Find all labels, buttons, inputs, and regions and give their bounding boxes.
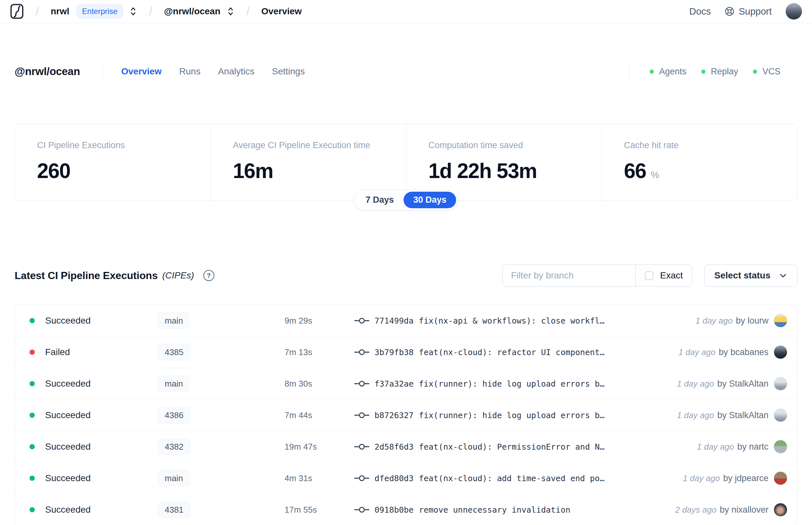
status-dot xyxy=(30,412,35,418)
author-avatar xyxy=(774,408,787,422)
author-avatar xyxy=(774,345,787,359)
breadcrumb-org[interactable]: nrwl xyxy=(51,6,70,17)
table-row[interactable]: Failed 4385 7m 13s 3b79fb38 feat(nx-clou… xyxy=(15,336,797,368)
docs-link[interactable]: Docs xyxy=(689,6,711,17)
tab-overview[interactable]: Overview xyxy=(121,66,162,77)
cipe-section-header: Latest CI Pipeline Executions (CIPEs) ? … xyxy=(15,265,797,287)
duration: 9m 29s xyxy=(285,316,354,326)
commit-message: feat(nx-cloud): PermissionError and N… xyxy=(419,442,604,452)
status-label: Succeeded xyxy=(45,410,91,420)
breadcrumb-separator: / xyxy=(149,4,152,18)
user-avatar[interactable] xyxy=(785,3,802,20)
stat-value: 260 xyxy=(37,159,70,183)
author: by nixallover xyxy=(720,505,768,515)
commit-message: feat(nx-cloud): add time-saved end po… xyxy=(419,474,604,483)
divider xyxy=(629,61,629,82)
git-commit-icon xyxy=(354,348,369,356)
stat-value: 1d 22h 53m xyxy=(428,159,537,183)
range-7-days-button[interactable]: 7 Days xyxy=(356,192,403,208)
duration: 4m 31s xyxy=(285,473,354,483)
status-dot xyxy=(30,349,35,355)
author-avatar xyxy=(774,314,787,328)
select-status-dropdown[interactable]: Select status xyxy=(704,265,797,287)
breadcrumb-workspace[interactable]: @nrwl/ocean xyxy=(164,6,220,17)
duration: 19m 47s xyxy=(285,442,354,452)
git-commit-icon xyxy=(354,506,369,514)
table-row[interactable]: Succeeded main 9m 29s 771499da fix(nx-ap… xyxy=(15,305,797,336)
top-navbar: / nrwl Enterprise / @nrwl/ocean / Overvi… xyxy=(0,0,812,23)
author: by nartc xyxy=(737,442,768,452)
commit-message: fix(runner): hide log upload errors b… xyxy=(419,411,604,420)
breadcrumb-separator: / xyxy=(246,4,250,18)
status-dot xyxy=(30,318,35,323)
time-ago: 1 day ago xyxy=(677,410,714,420)
commit-hash: f37a32ae xyxy=(374,379,413,389)
status-vcs[interactable]: VCS xyxy=(753,66,781,77)
author-avatar xyxy=(774,377,787,390)
tab-runs[interactable]: Runs xyxy=(179,66,200,77)
support-label: Support xyxy=(739,6,772,17)
life-buoy-icon xyxy=(724,6,735,17)
stat-label: Average CI Pipeline Execution time xyxy=(233,140,384,150)
plan-badge: Enterprise xyxy=(77,4,123,18)
git-commit-icon xyxy=(354,443,369,451)
author: by StalkAltan xyxy=(717,379,768,389)
duration: 7m 13s xyxy=(285,347,354,357)
commit-hash: 771499da xyxy=(374,316,413,326)
time-ago: 1 day ago xyxy=(683,473,720,483)
select-status-label: Select status xyxy=(714,270,770,281)
author: by jdpearce xyxy=(723,473,768,483)
branch-filter-input[interactable] xyxy=(503,265,635,286)
stat-value: 66 xyxy=(624,159,646,183)
commit-hash: dfed80d3 xyxy=(374,474,413,483)
commit-hash: 0918b0be xyxy=(374,505,413,515)
exact-label[interactable]: Exact xyxy=(660,270,683,281)
commit-message: fix(nx-api & workflows): close workfl… xyxy=(419,316,604,326)
duration: 17m 55s xyxy=(285,505,354,515)
status-replay[interactable]: Replay xyxy=(701,66,738,77)
breadcrumb-separator: / xyxy=(36,4,39,18)
branch-chip: 4382 xyxy=(158,439,190,455)
commit-hash: 2d58f6d3 xyxy=(374,442,413,452)
tab-analytics[interactable]: Analytics xyxy=(218,66,254,77)
status-label: Failed xyxy=(45,347,70,357)
table-row[interactable]: Succeeded main 4m 31s dfed80d3 feat(nx-c… xyxy=(15,463,797,494)
branch-chip: 4386 xyxy=(158,407,190,424)
help-icon[interactable]: ? xyxy=(203,270,214,281)
status-agents[interactable]: Agents xyxy=(649,66,686,77)
branch-chip: main xyxy=(158,313,190,329)
commit-message: fix(runner): hide log upload errors b… xyxy=(419,379,604,389)
exact-checkbox[interactable] xyxy=(645,271,654,280)
status-label: Succeeded xyxy=(45,441,91,452)
stat-label: Cache hit rate xyxy=(624,140,775,150)
table-filters: Exact Select status xyxy=(502,265,797,287)
time-ago: 1 day ago xyxy=(695,316,732,326)
table-row[interactable]: Succeeded main 8m 30s f37a32ae fix(runne… xyxy=(15,368,797,400)
table-row[interactable]: Succeeded 4382 19m 47s 2d58f6d3 feat(nx-… xyxy=(15,431,797,463)
range-30-days-button[interactable]: 30 Days xyxy=(403,192,456,208)
section-title: Latest CI Pipeline Executions xyxy=(15,270,158,282)
status-label: Agents xyxy=(659,66,686,77)
org-switcher-button[interactable] xyxy=(129,6,137,16)
status-label: Succeeded xyxy=(45,378,91,389)
nx-cloud-logo[interactable] xyxy=(10,3,24,19)
green-dot-icon xyxy=(753,70,757,74)
stat-label: CI Pipeline Executions xyxy=(37,140,188,150)
commit-hash: b8726327 xyxy=(374,411,413,420)
table-row[interactable]: Succeeded 4386 7m 44s b8726327 fix(runne… xyxy=(15,400,797,431)
tab-settings[interactable]: Settings xyxy=(272,66,305,77)
workspace-header: @nrwl/ocean Overview Runs Analytics Sett… xyxy=(0,61,812,82)
exact-match-option: Exact xyxy=(635,265,692,286)
support-link[interactable]: Support xyxy=(724,6,772,17)
stat-computation-time-saved: Computation time saved 1d 22h 53m xyxy=(406,124,601,200)
branch-chip: 4385 xyxy=(158,344,190,361)
feature-status-group: Agents Replay VCS xyxy=(629,61,797,82)
git-commit-icon xyxy=(354,411,369,419)
section-subtitle: (CIPEs) xyxy=(163,270,194,281)
author: by lourw xyxy=(736,316,768,326)
time-ago: 1 day ago xyxy=(677,379,714,389)
table-row[interactable]: Succeeded 4381 17m 55s 0918b0be remove u… xyxy=(15,494,797,525)
workspace-switcher-button[interactable] xyxy=(226,6,235,16)
page-title: @nrwl/ocean xyxy=(15,65,80,78)
stat-cache-hit-rate: Cache hit rate 66% xyxy=(601,124,797,200)
